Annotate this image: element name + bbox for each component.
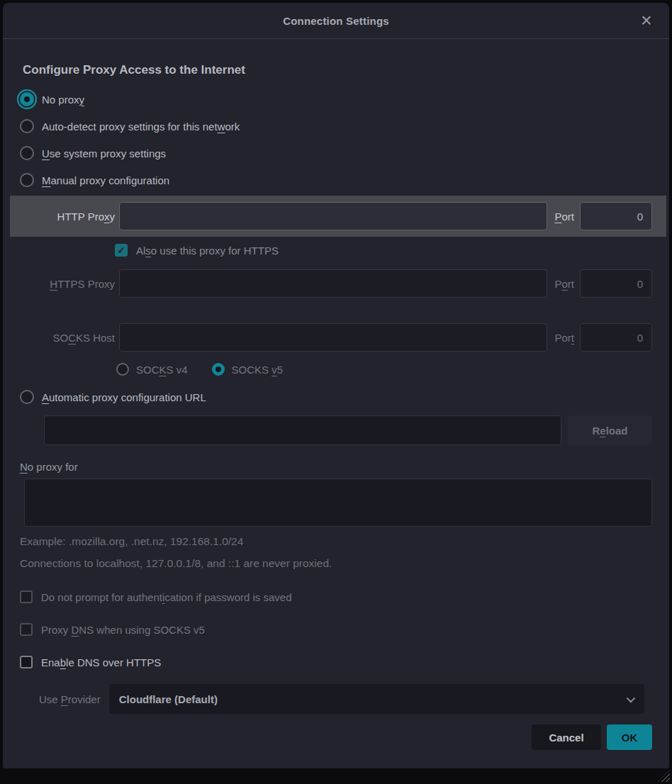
- doh-checkbox-row[interactable]: Enable DNS over HTTPS: [20, 654, 652, 671]
- http-port-label: Port: [554, 211, 574, 223]
- radio-button-icon[interactable]: [20, 119, 34, 133]
- provider-label: Use Provider: [39, 693, 101, 705]
- radio-button-icon[interactable]: [20, 173, 34, 187]
- http-proxy-label: HTTP Proxy: [20, 211, 115, 223]
- proxy-dns-label: Proxy DNS when using SOCKS v5: [41, 624, 205, 636]
- provider-dropdown[interactable]: Cloudflare (Default): [109, 684, 644, 714]
- ok-button[interactable]: OK: [607, 724, 652, 750]
- socks-port-label: Port: [554, 332, 574, 344]
- dialog-content: Configure Proxy Access to the Internet N…: [3, 39, 669, 768]
- https-proxy-input[interactable]: [119, 269, 547, 298]
- radio-auto-url-label: Automatic proxy configuration URL: [42, 391, 206, 403]
- provider-value: Cloudflare (Default): [119, 693, 218, 705]
- connection-settings-dialog: Connection Settings × Configure Proxy Ac…: [3, 3, 669, 768]
- page-title: Configure Proxy Access to the Internet: [23, 63, 649, 77]
- checkbox-checked-icon[interactable]: ✓: [115, 244, 128, 257]
- radio-socks-v5-icon[interactable]: [212, 363, 225, 376]
- provider-row: Use Provider Cloudflare (Default): [20, 684, 652, 714]
- https-proxy-row: HTTPS Proxy Port: [20, 269, 652, 298]
- dialog-titlebar: Connection Settings ×: [3, 3, 669, 39]
- radio-auto-url[interactable]: Automatic proxy configuration URL: [20, 383, 652, 410]
- auto-config-url-row: Reload: [20, 415, 652, 445]
- radio-button-icon[interactable]: [20, 146, 34, 160]
- close-icon[interactable]: ×: [635, 9, 658, 32]
- radio-no-proxy[interactable]: No proxy: [20, 86, 652, 113]
- radio-socks-v4-icon[interactable]: [116, 363, 129, 376]
- example-note: Example: .mozilla.org, .net.nz, 192.168.…: [20, 535, 652, 548]
- socks-host-label: SOCKS Host: [20, 332, 115, 344]
- no-prompt-label: Do not prompt for authentication if pass…: [41, 591, 292, 603]
- radio-auto-detect[interactable]: Auto-detect proxy settings for this netw…: [20, 113, 652, 140]
- radio-manual[interactable]: Manual proxy configuration: [20, 167, 652, 194]
- socks-host-input[interactable]: [119, 323, 547, 352]
- proxy-dns-checkbox-row[interactable]: Proxy DNS when using SOCKS v5: [20, 621, 652, 638]
- radio-button-icon[interactable]: [20, 92, 34, 106]
- radio-no-proxy-label: No proxy: [42, 94, 84, 106]
- http-proxy-row: HTTP Proxy Port: [20, 202, 652, 230]
- https-port-input[interactable]: [580, 269, 652, 298]
- radio-manual-label: Manual proxy configuration: [42, 174, 169, 186]
- checkbox-icon[interactable]: [20, 656, 33, 668]
- checkbox-icon[interactable]: [20, 590, 33, 603]
- localhost-note: Connections to localhost, 127.0.0.1/8, a…: [20, 557, 652, 570]
- share-proxy-checkbox-row[interactable]: ✓ Also use this proxy for HTTPS: [115, 237, 652, 264]
- dialog-actions: Cancel OK: [20, 724, 652, 750]
- chevron-down-icon: [627, 693, 636, 702]
- radio-use-system[interactable]: Use system proxy settings: [20, 140, 652, 167]
- resize-grip[interactable]: [658, 770, 670, 782]
- socks-v4-label: SOCKS v4: [136, 364, 188, 376]
- cancel-button[interactable]: Cancel: [532, 724, 601, 750]
- auto-config-url-input[interactable]: [44, 415, 561, 445]
- socks-v5-label: SOCKS v5: [232, 364, 284, 376]
- radio-button-icon[interactable]: [20, 390, 34, 404]
- doh-label: Enable DNS over HTTPS: [41, 656, 161, 668]
- http-proxy-input[interactable]: [119, 202, 547, 230]
- https-proxy-label: HTTPS Proxy: [20, 278, 115, 290]
- http-port-input[interactable]: [580, 202, 652, 230]
- no-proxy-for-label: No proxy for: [20, 461, 652, 473]
- checkbox-icon[interactable]: [20, 623, 33, 636]
- https-port-label: Port: [554, 278, 574, 290]
- share-proxy-label: Also use this proxy for HTTPS: [136, 245, 279, 257]
- window-frame: Connection Settings × Configure Proxy Ac…: [0, 0, 672, 784]
- http-proxy-highlight-row: HTTP Proxy Port: [10, 196, 666, 237]
- no-prompt-checkbox-row[interactable]: Do not prompt for authentication if pass…: [20, 588, 652, 605]
- radio-auto-detect-label: Auto-detect proxy settings for this netw…: [42, 121, 240, 133]
- radio-use-system-label: Use system proxy settings: [42, 147, 166, 159]
- socks-host-row: SOCKS Host Port: [20, 323, 652, 352]
- socks-port-input[interactable]: [580, 323, 652, 352]
- socks-version-row: SOCKS v4 SOCKS v5: [116, 359, 652, 380]
- reload-button[interactable]: Reload: [568, 415, 652, 445]
- no-proxy-for-textarea[interactable]: [24, 478, 652, 527]
- dialog-title: Connection Settings: [283, 15, 389, 27]
